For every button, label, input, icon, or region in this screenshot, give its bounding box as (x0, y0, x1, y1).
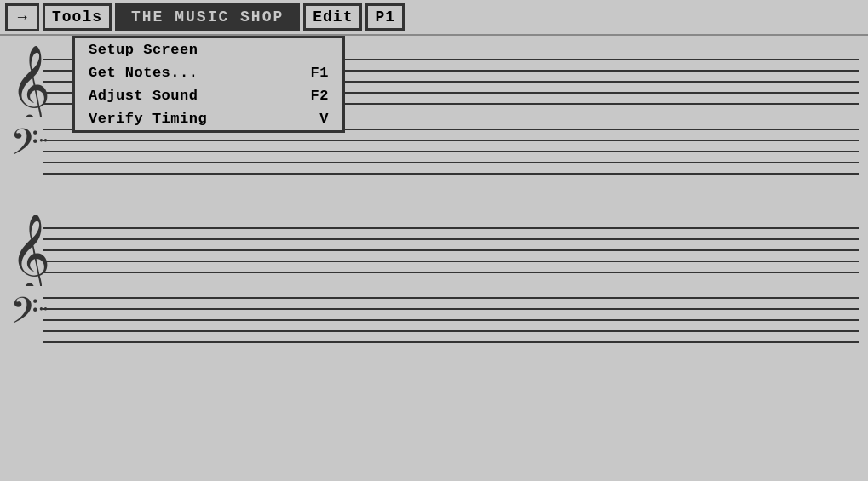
svg-text:𝄢: 𝄢 (10, 291, 38, 340)
svg-text:𝄢: 𝄢 (10, 123, 38, 171)
menu-bar: → Tools THE MUSIC SHOP Edit P1 (0, 0, 868, 36)
get-notes-shortcut: F1 (303, 65, 329, 81)
verify-timing-label: Verify Timing (89, 111, 286, 127)
treble-staff-2: 𝄞 (7, 209, 861, 286)
get-notes-item[interactable]: Get Notes... F1 (75, 61, 342, 84)
arrow-button[interactable]: → (5, 3, 39, 31)
section-gap (0, 177, 868, 209)
verify-timing-shortcut: V (303, 111, 329, 127)
tools-dropdown: Setup Screen Get Notes... F1 Adjust Soun… (72, 36, 345, 133)
adjust-sound-shortcut: F2 (303, 88, 329, 104)
score-area-2: 𝄞 𝄢 •• (0, 209, 868, 346)
verify-timing-item[interactable]: Verify Timing V (75, 107, 342, 130)
setup-screen-label: Setup Screen (89, 42, 286, 58)
bass-staff-2: 𝄢 •• (7, 286, 861, 346)
get-notes-label: Get Notes... (89, 65, 286, 81)
setup-screen-item[interactable]: Setup Screen (75, 38, 342, 61)
p1-button[interactable]: P1 (365, 3, 405, 31)
app-container: → Tools THE MUSIC SHOP Edit P1 Setup Scr… (0, 0, 868, 481)
tools-menu-button[interactable]: Tools (43, 3, 112, 31)
edit-menu-button[interactable]: Edit (303, 3, 362, 31)
adjust-sound-label: Adjust Sound (89, 88, 286, 104)
app-title: THE MUSIC SHOP (115, 3, 300, 31)
setup-screen-shortcut (303, 42, 329, 58)
adjust-sound-item[interactable]: Adjust Sound F2 (75, 84, 342, 107)
